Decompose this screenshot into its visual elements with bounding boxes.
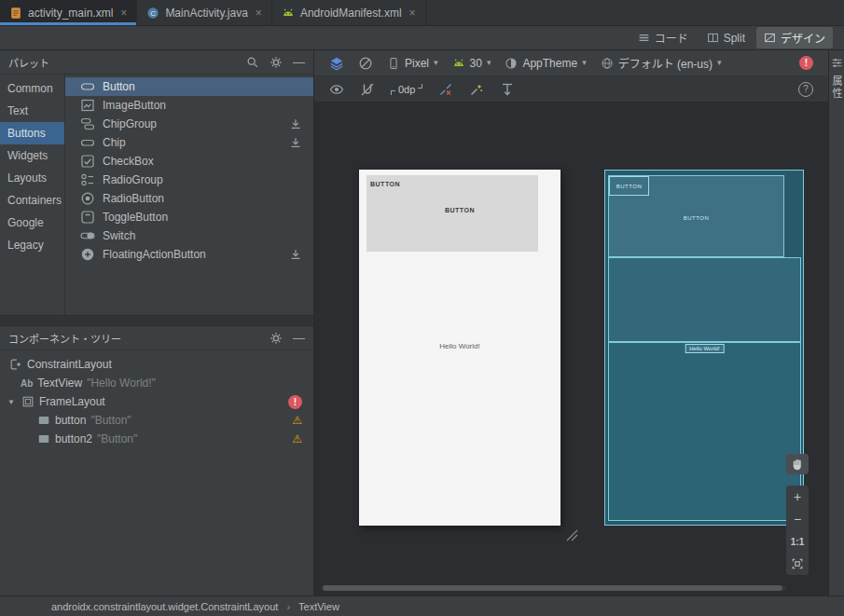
close-icon[interactable]: ×: [409, 7, 416, 19]
design-hello-text[interactable]: Hello World!: [359, 342, 560, 350]
design-surface[interactable]: BUTTON BUTTON Hello World!: [359, 170, 560, 526]
checkbox-icon: [80, 154, 95, 169]
download-icon[interactable]: [289, 136, 302, 149]
zoom-to-fit-button[interactable]: [786, 553, 809, 575]
search-icon[interactable]: [246, 56, 259, 69]
palette-panel: パレット — Common Text Buttons Widgets Layou…: [0, 50, 314, 595]
api-level-selector[interactable]: 30 ▾: [452, 57, 491, 70]
design-button-top[interactable]: BUTTON: [370, 181, 400, 187]
design-button-center[interactable]: BUTTON: [359, 207, 560, 213]
gear-icon[interactable]: [270, 332, 283, 345]
blueprint-region[interactable]: [608, 257, 801, 342]
category-google[interactable]: Google: [0, 212, 64, 234]
palette-item-chipgroup[interactable]: ChipGroup: [65, 115, 313, 133]
blueprint-hello-text[interactable]: Hello World!: [685, 344, 725, 353]
design-editor: Pixel ▾ 30 ▾ AppTheme ▾ デフォルト (en-us) ▾: [314, 50, 828, 595]
category-common[interactable]: Common: [0, 77, 64, 100]
palette-categories: Common Text Buttons Widgets Layouts Cont…: [0, 75, 65, 315]
breadcrumb-root[interactable]: androidx.constraintlayout.widget.Constra…: [51, 601, 278, 612]
attributes-sliders-icon[interactable]: [831, 57, 843, 69]
blueprint-surface[interactable]: BUTTON BUTTON Hello World!: [604, 170, 804, 526]
theme-selector[interactable]: AppTheme ▾: [505, 57, 586, 70]
tab-activity-main-xml[interactable]: activity_main.xml ×: [0, 0, 137, 25]
globe-icon: [601, 57, 614, 70]
attributes-tool-tab[interactable]: 属性: [829, 75, 844, 100]
layers-icon[interactable]: [329, 56, 344, 71]
pan-button[interactable]: [786, 454, 809, 474]
canvas-resize-handle[interactable]: [566, 529, 578, 541]
orientation-icon[interactable]: [358, 56, 373, 71]
item-label: ImageButton: [103, 99, 166, 112]
margin-bracket-icon: [391, 90, 395, 95]
autoconnect-magnet-icon[interactable]: [360, 82, 375, 97]
scrollbar-thumb[interactable]: [323, 585, 782, 591]
mode-label: コード: [655, 30, 688, 46]
minimize-icon[interactable]: —: [293, 56, 305, 68]
category-buttons[interactable]: Buttons: [0, 122, 64, 144]
tab-label: AndroidManifest.xml: [300, 7, 402, 20]
category-text[interactable]: Text: [0, 100, 64, 122]
breadcrumb-leaf[interactable]: TextView: [298, 601, 339, 612]
tab-androidmanifest-xml[interactable]: AndroidManifest.xml ×: [272, 0, 426, 25]
hand-icon: [791, 458, 805, 472]
right-tool-strip: 属性: [828, 50, 844, 595]
clear-constraints-icon[interactable]: [438, 82, 453, 97]
design-canvas[interactable]: BUTTON BUTTON Hello World! BUTTON BUTTON…: [314, 103, 828, 595]
default-margin-control[interactable]: 0dp: [391, 84, 422, 95]
zoom-in-button[interactable]: +: [786, 486, 809, 508]
warning-icon[interactable]: ⚠: [292, 432, 302, 445]
tree-node-textview[interactable]: Ab TextView "Hello World!": [0, 374, 313, 392]
infer-constraints-icon[interactable]: [469, 82, 484, 97]
palette-item-checkbox[interactable]: CheckBox: [65, 152, 313, 171]
error-indicator[interactable]: !: [799, 56, 813, 70]
pack-expand-icon[interactable]: [500, 82, 515, 97]
minimize-icon[interactable]: —: [293, 332, 305, 344]
breadcrumb-separator-icon: ›: [286, 601, 290, 612]
zoom-out-button[interactable]: −: [786, 508, 809, 530]
breadcrumb-bar: androidx.constraintlayout.widget.Constra…: [0, 595, 844, 616]
eye-icon[interactable]: [329, 82, 344, 97]
category-containers[interactable]: Containers: [0, 189, 64, 212]
tree-node-constraintlayout[interactable]: ConstraintLayout: [0, 355, 313, 374]
chevron-down-icon: ▾: [717, 59, 722, 67]
xml-file-icon: [9, 7, 22, 20]
tree-node-button2[interactable]: button2 "Button" ⚠: [0, 430, 313, 448]
tab-mainactivity-java[interactable]: C MainActivity.java ×: [137, 0, 272, 25]
palette-item-floatingactionbutton[interactable]: FloatingActionButton: [65, 245, 313, 264]
blueprint-frame-layout[interactable]: BUTTON BUTTON: [608, 175, 784, 257]
design-mode-button[interactable]: デザイン: [756, 27, 833, 48]
split-mode-button[interactable]: Split: [699, 29, 753, 48]
palette-item-togglebutton[interactable]: ToggleButton: [65, 208, 313, 226]
blueprint-button-center[interactable]: BUTTON: [609, 215, 783, 221]
expand-arrow-icon[interactable]: ▼: [6, 398, 17, 406]
locale-selector[interactable]: デフォルト (en-us) ▾: [601, 55, 722, 71]
download-icon[interactable]: [289, 248, 302, 261]
palette-item-radiogroup[interactable]: RadioGroup: [65, 171, 313, 189]
node-label: button2: [55, 432, 92, 445]
horizontal-scrollbar[interactable]: [322, 585, 786, 591]
editor-tab-bar: activity_main.xml × C MainActivity.java …: [0, 0, 844, 26]
help-icon[interactable]: ?: [798, 82, 813, 97]
blueprint-root-region[interactable]: Hello World!: [608, 342, 801, 521]
device-selector[interactable]: Pixel ▾: [387, 57, 438, 70]
category-widgets[interactable]: Widgets: [0, 144, 64, 167]
tree-node-framelayout[interactable]: ▼ FrameLayout !: [0, 392, 313, 411]
error-badge[interactable]: !: [288, 395, 302, 409]
gear-icon[interactable]: [270, 56, 283, 69]
warning-icon[interactable]: ⚠: [292, 414, 302, 427]
download-icon[interactable]: [289, 117, 302, 130]
blueprint-button-top[interactable]: BUTTON: [609, 176, 649, 196]
code-mode-button[interactable]: コード: [630, 27, 696, 48]
palette-item-chip[interactable]: Chip: [65, 133, 313, 152]
close-icon[interactable]: ×: [256, 7, 262, 19]
panel-splitter[interactable]: [0, 315, 313, 326]
close-icon[interactable]: ×: [120, 7, 127, 19]
category-layouts[interactable]: Layouts: [0, 167, 64, 189]
palette-item-switch[interactable]: Switch: [65, 226, 313, 245]
zoom-ratio-button[interactable]: 1:1: [786, 530, 809, 553]
palette-item-button[interactable]: Button: [65, 77, 313, 96]
tree-node-button[interactable]: button "Button" ⚠: [0, 411, 313, 430]
palette-item-imagebutton[interactable]: ImageButton: [65, 96, 313, 115]
category-legacy[interactable]: Legacy: [0, 234, 64, 256]
palette-item-radiobutton[interactable]: RadioButton: [65, 189, 313, 208]
